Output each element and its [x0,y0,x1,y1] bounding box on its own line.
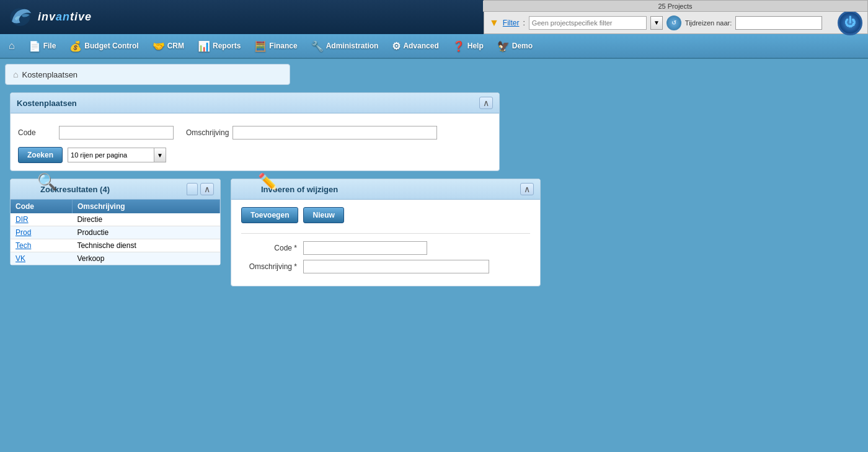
nav-label-finance: Finance [269,42,297,50]
nav-item-advanced[interactable]: ⚙ Advanced [386,35,445,57]
rows-dropdown-button[interactable]: ▼ [154,148,166,162]
edit-body: Toevoegen Nieuw Code * [231,200,540,286]
nav-label-advanced: Advanced [403,42,438,50]
results-wrapper: 🔍 Zoekresultaten (4) ∧ [10,179,221,286]
search-panel-header: Kostenplaatsen ∧ [11,93,499,113]
edit-wrapper: ✏️ Invoeren of wijzigen ∧ Toevoegen [231,179,541,286]
filter-link[interactable]: Filter [503,19,520,27]
search-form: Code Omschrijving [18,121,492,144]
breadcrumb-text: Kostenplaatsen [22,70,78,79]
table-row[interactable]: ProdProductie [11,226,220,239]
nav-item-budgetcontrol[interactable]: 💰 Budget Control [63,35,144,57]
logo-area: invantive [0,5,112,30]
results-header-left: Zoekresultaten (4) [17,185,110,194]
budgetcontrol-icon: 💰 [69,40,82,52]
table-row[interactable]: VKVerkoop [11,252,220,265]
tijdreizen-label: Tijdreizen naar: [685,19,732,27]
search-panel-wrapper: Kostenplaatsen ∧ Code Omschrijving [10,92,500,171]
table-cell-code[interactable]: Tech [11,239,72,252]
table-row[interactable]: DIRDirectie [11,213,220,226]
top-right-inner: ▼ Filter : ▼ ↺ Tijdreizen naar: ⏻ [489,11,862,35]
nav-item-help[interactable]: ❓ Help [446,35,490,57]
omschrijving-label: Omschrijving [186,128,229,137]
main-content: Kostenplaatsen ∧ Code Omschrijving [0,90,868,291]
results-tab-1[interactable] [187,183,198,195]
filter-icon: ▼ [489,17,499,29]
edit-collapse-button[interactable]: ∧ [520,183,534,195]
edit-buttons: Toevoegen Nieuw [241,207,530,223]
nav-label-file: File [43,42,56,50]
search-actions: Zoeken ▼ [18,147,492,163]
nav-item-demo[interactable]: 🦅 Demo [491,35,539,57]
nav-label-help: Help [467,42,484,50]
table-cell-code[interactable]: DIR [11,213,72,226]
omschrijving-input[interactable] [232,126,437,140]
logo-text: invantive [38,11,92,24]
results-table-wrapper: Code Omschrijving DIRDirectieProdProduct… [11,200,220,265]
results-panel: Zoekresultaten (4) ∧ [10,179,221,265]
nav-item-finance[interactable]: 🧮 Finance [248,35,303,57]
edit-omschrijving-input[interactable] [303,260,489,273]
search-panel-header-left: Kostenplaatsen [17,99,77,108]
nav-item-file[interactable]: 📄 File [22,35,63,57]
search-panel-body: Code Omschrijving Zoeken ▼ [11,113,499,171]
filter-colon: : [523,19,525,27]
table-cell-omschrijving: Technische dienst [72,239,219,252]
tijdreizen-input[interactable] [735,16,822,30]
edit-panel-container: ✏️ Invoeren of wijzigen ∧ Toevoegen [231,179,541,286]
nav-item-reports[interactable]: 📊 Reports [192,35,247,57]
finance-icon: 🧮 [254,40,267,52]
table-cell-code[interactable]: Prod [11,226,72,239]
power-button[interactable]: ⏻ [838,11,862,35]
edit-fields: Code * Omschrijving * [241,233,530,273]
help-icon: ❓ [453,40,465,52]
nieuw-button[interactable]: Nieuw [303,207,343,223]
administration-icon: 🔧 [311,40,324,52]
results-tbody: DIRDirectieProdProductieTechTechnische d… [11,213,220,265]
tijdreizen-icon: ↺ [666,16,681,30]
nav-bar: ⌂ 📄 File 💰 Budget Control 🤝 CRM 📊 Report… [0,34,868,59]
search-panel-collapse-button[interactable]: ∧ [479,97,493,109]
search-results-icon: 🔍 [37,172,57,192]
advanced-icon: ⚙ [392,40,401,52]
table-cell-code[interactable]: VK [11,252,72,265]
toevoegen-button[interactable]: Toevoegen [241,207,298,223]
edit-pencil-icon: ✏️ [258,172,278,192]
results-table: Code Omschrijving DIRDirectieProdProduct… [11,200,220,265]
rows-selector: ▼ [68,148,166,162]
nav-item-home[interactable]: ⌂ [2,35,21,57]
col-header-omschrijving: Omschrijving [72,200,219,213]
home-icon: ⌂ [9,40,15,51]
rows-select-input[interactable] [68,148,154,162]
edit-code-input[interactable] [303,241,427,255]
project-count: 25 Projects [483,1,867,12]
crm-icon: 🤝 [153,40,165,52]
table-row[interactable]: TechTechnische dienst [11,239,220,252]
top-right-panel: 25 Projects ▼ Filter : ▼ ↺ Tijdreizen na… [484,0,868,34]
results-collapse-button[interactable]: ∧ [200,183,214,195]
edit-omschrijving-field: Omschrijving * [241,260,530,273]
code-input[interactable] [59,126,174,140]
edit-code-label: Code * [241,244,303,252]
nav-label-budgetcontrol: Budget Control [84,42,138,50]
nav-label-reports: Reports [213,42,241,50]
search-panel: Kostenplaatsen ∧ Code Omschrijving [10,92,500,171]
nav-item-crm[interactable]: 🤝 CRM [146,35,190,57]
reports-icon: 📊 [198,40,210,52]
breadcrumb-home-icon: ⌂ [13,69,18,79]
omschrijving-field: Omschrijving [186,126,437,140]
logo[interactable]: invantive [6,5,92,30]
nav-label-demo: Demo [512,42,533,50]
top-bar: invantive 25 Projects ▼ Filter : ▼ ↺ Tij… [0,0,868,34]
zoeken-button[interactable]: Zoeken [18,147,63,163]
filter-dropdown-button[interactable]: ▼ [650,16,663,30]
table-cell-omschrijving: Productie [72,226,219,239]
file-icon: 📄 [29,40,41,52]
table-cell-omschrijving: Verkoop [72,252,219,265]
results-panel-container: 🔍 Zoekresultaten (4) ∧ [10,179,221,265]
filter-input[interactable] [529,16,647,30]
nav-item-administration[interactable]: 🔧 Administration [305,35,385,57]
edit-code-field: Code * [241,241,530,255]
power-icon: ⏻ [844,16,856,29]
table-header-row: Code Omschrijving [11,200,220,213]
